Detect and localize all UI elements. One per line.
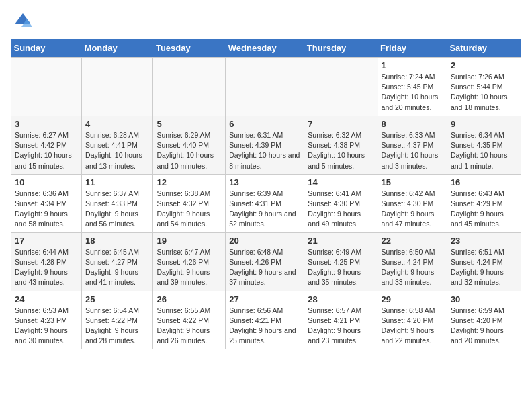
day-info: Sunrise: 6:55 AM Sunset: 4:22 PM Dayligh… — [157, 306, 222, 347]
calendar-cell: 19Sunrise: 6:47 AM Sunset: 4:26 PM Dayli… — [153, 232, 226, 291]
day-info: Sunrise: 6:39 AM Sunset: 4:31 PM Dayligh… — [229, 189, 300, 230]
day-info: Sunrise: 6:33 AM Sunset: 4:37 PM Dayligh… — [382, 130, 443, 171]
day-number: 19 — [157, 236, 222, 246]
day-number: 10 — [15, 177, 78, 187]
day-info: Sunrise: 6:34 AM Sunset: 4:35 PM Dayligh… — [451, 130, 517, 171]
calendar-cell: 20Sunrise: 6:48 AM Sunset: 4:26 PM Dayli… — [226, 232, 304, 291]
day-number: 22 — [382, 236, 443, 246]
calendar-cell: 7Sunrise: 6:32 AM Sunset: 4:38 PM Daylig… — [304, 116, 378, 174]
day-info: Sunrise: 6:59 AM Sunset: 4:20 PM Dayligh… — [451, 306, 517, 347]
day-info: Sunrise: 6:53 AM Sunset: 4:23 PM Dayligh… — [15, 306, 78, 347]
header — [11, 11, 521, 32]
calendar-cell: 2Sunrise: 7:26 AM Sunset: 5:44 PM Daylig… — [447, 58, 521, 116]
day-number: 16 — [451, 177, 517, 187]
day-info: Sunrise: 6:58 AM Sunset: 4:20 PM Dayligh… — [382, 306, 443, 347]
day-number: 1 — [382, 60, 443, 71]
day-info: Sunrise: 6:51 AM Sunset: 4:24 PM Dayligh… — [451, 247, 517, 288]
calendar-cell: 21Sunrise: 6:49 AM Sunset: 4:25 PM Dayli… — [304, 232, 378, 291]
day-info: Sunrise: 6:47 AM Sunset: 4:26 PM Dayligh… — [157, 247, 222, 288]
day-info: Sunrise: 6:36 AM Sunset: 4:34 PM Dayligh… — [15, 189, 78, 230]
calendar-cell: 30Sunrise: 6:59 AM Sunset: 4:20 PM Dayli… — [447, 291, 521, 349]
day-number: 25 — [85, 294, 149, 304]
calendar-cell: 5Sunrise: 6:29 AM Sunset: 4:40 PM Daylig… — [153, 116, 226, 174]
weekday-header-sunday: Sunday — [11, 39, 82, 58]
weekday-header-tuesday: Tuesday — [153, 39, 226, 58]
day-number: 5 — [157, 119, 222, 129]
calendar-cell: 15Sunrise: 6:42 AM Sunset: 4:30 PM Dayli… — [378, 174, 447, 232]
day-info: Sunrise: 6:38 AM Sunset: 4:32 PM Dayligh… — [157, 189, 222, 230]
day-number: 29 — [382, 294, 443, 304]
day-number: 26 — [157, 294, 222, 304]
day-info: Sunrise: 6:31 AM Sunset: 4:39 PM Dayligh… — [229, 130, 300, 171]
day-number: 6 — [229, 119, 300, 129]
day-info: Sunrise: 6:50 AM Sunset: 4:24 PM Dayligh… — [382, 247, 443, 288]
calendar-cell — [226, 58, 304, 116]
day-number: 13 — [229, 177, 300, 187]
week-row-4: 24Sunrise: 6:53 AM Sunset: 4:23 PM Dayli… — [11, 291, 521, 349]
day-number: 23 — [451, 236, 517, 246]
calendar-cell — [82, 58, 153, 116]
calendar-cell: 13Sunrise: 6:39 AM Sunset: 4:31 PM Dayli… — [226, 174, 304, 232]
day-number: 9 — [451, 119, 517, 129]
day-number: 17 — [15, 236, 78, 246]
calendar-cell: 27Sunrise: 6:56 AM Sunset: 4:21 PM Dayli… — [226, 291, 304, 349]
day-info: Sunrise: 6:32 AM Sunset: 4:38 PM Dayligh… — [308, 130, 373, 171]
calendar-table: SundayMondayTuesdayWednesdayThursdayFrid… — [11, 39, 521, 349]
day-number: 20 — [229, 236, 300, 246]
calendar-cell: 28Sunrise: 6:57 AM Sunset: 4:21 PM Dayli… — [304, 291, 378, 349]
day-number: 4 — [85, 119, 149, 129]
calendar-cell: 1Sunrise: 7:24 AM Sunset: 5:45 PM Daylig… — [378, 58, 447, 116]
day-number: 7 — [308, 119, 373, 129]
calendar-cell — [153, 58, 226, 116]
calendar-cell: 26Sunrise: 6:55 AM Sunset: 4:22 PM Dayli… — [153, 291, 226, 349]
weekday-header-thursday: Thursday — [304, 39, 378, 58]
week-row-0: 1Sunrise: 7:24 AM Sunset: 5:45 PM Daylig… — [11, 58, 521, 116]
calendar-cell: 29Sunrise: 6:58 AM Sunset: 4:20 PM Dayli… — [378, 291, 447, 349]
day-info: Sunrise: 6:56 AM Sunset: 4:21 PM Dayligh… — [229, 306, 300, 347]
week-row-3: 17Sunrise: 6:44 AM Sunset: 4:28 PM Dayli… — [11, 232, 521, 291]
weekday-header-friday: Friday — [378, 39, 447, 58]
calendar-cell: 17Sunrise: 6:44 AM Sunset: 4:28 PM Dayli… — [11, 232, 82, 291]
logo-icon — [12, 11, 34, 32]
day-info: Sunrise: 6:28 AM Sunset: 4:41 PM Dayligh… — [85, 130, 149, 171]
calendar-cell: 4Sunrise: 6:28 AM Sunset: 4:41 PM Daylig… — [82, 116, 153, 174]
calendar-cell: 25Sunrise: 6:54 AM Sunset: 4:22 PM Dayli… — [82, 291, 153, 349]
weekday-header-row: SundayMondayTuesdayWednesdayThursdayFrid… — [11, 39, 521, 58]
calendar-cell: 18Sunrise: 6:45 AM Sunset: 4:27 PM Dayli… — [82, 232, 153, 291]
calendar-cell: 23Sunrise: 6:51 AM Sunset: 4:24 PM Dayli… — [447, 232, 521, 291]
day-number: 12 — [157, 177, 222, 187]
calendar-cell: 6Sunrise: 6:31 AM Sunset: 4:39 PM Daylig… — [226, 116, 304, 174]
weekday-header-wednesday: Wednesday — [226, 39, 304, 58]
day-info: Sunrise: 6:48 AM Sunset: 4:26 PM Dayligh… — [229, 247, 300, 288]
week-row-1: 3Sunrise: 6:27 AM Sunset: 4:42 PM Daylig… — [11, 116, 521, 174]
calendar-cell: 14Sunrise: 6:41 AM Sunset: 4:30 PM Dayli… — [304, 174, 378, 232]
day-number: 28 — [308, 294, 373, 304]
day-info: Sunrise: 6:43 AM Sunset: 4:29 PM Dayligh… — [451, 189, 517, 230]
day-number: 24 — [15, 294, 78, 304]
day-number: 30 — [451, 294, 517, 304]
logo — [11, 11, 34, 32]
day-number: 21 — [308, 236, 373, 246]
day-info: Sunrise: 6:29 AM Sunset: 4:40 PM Dayligh… — [157, 130, 222, 171]
day-number: 8 — [382, 119, 443, 129]
day-info: Sunrise: 6:45 AM Sunset: 4:27 PM Dayligh… — [85, 247, 149, 288]
day-number: 11 — [85, 177, 149, 187]
calendar-cell: 24Sunrise: 6:53 AM Sunset: 4:23 PM Dayli… — [11, 291, 82, 349]
calendar-cell: 22Sunrise: 6:50 AM Sunset: 4:24 PM Dayli… — [378, 232, 447, 291]
calendar-cell: 12Sunrise: 6:38 AM Sunset: 4:32 PM Dayli… — [153, 174, 226, 232]
day-info: Sunrise: 6:41 AM Sunset: 4:30 PM Dayligh… — [308, 189, 373, 230]
calendar-cell: 10Sunrise: 6:36 AM Sunset: 4:34 PM Dayli… — [11, 174, 82, 232]
day-info: Sunrise: 6:42 AM Sunset: 4:30 PM Dayligh… — [382, 189, 443, 230]
day-info: Sunrise: 6:37 AM Sunset: 4:33 PM Dayligh… — [85, 189, 149, 230]
day-number: 2 — [451, 60, 517, 71]
day-info: Sunrise: 7:26 AM Sunset: 5:44 PM Dayligh… — [451, 72, 517, 113]
weekday-header-monday: Monday — [82, 39, 153, 58]
week-row-2: 10Sunrise: 6:36 AM Sunset: 4:34 PM Dayli… — [11, 174, 521, 232]
day-info: Sunrise: 6:57 AM Sunset: 4:21 PM Dayligh… — [308, 306, 373, 347]
calendar-cell: 9Sunrise: 6:34 AM Sunset: 4:35 PM Daylig… — [447, 116, 521, 174]
calendar-cell: 16Sunrise: 6:43 AM Sunset: 4:29 PM Dayli… — [447, 174, 521, 232]
calendar-cell — [11, 58, 82, 116]
day-info: Sunrise: 6:44 AM Sunset: 4:28 PM Dayligh… — [15, 247, 78, 288]
logo-general — [11, 11, 34, 32]
day-info: Sunrise: 6:49 AM Sunset: 4:25 PM Dayligh… — [308, 247, 373, 288]
